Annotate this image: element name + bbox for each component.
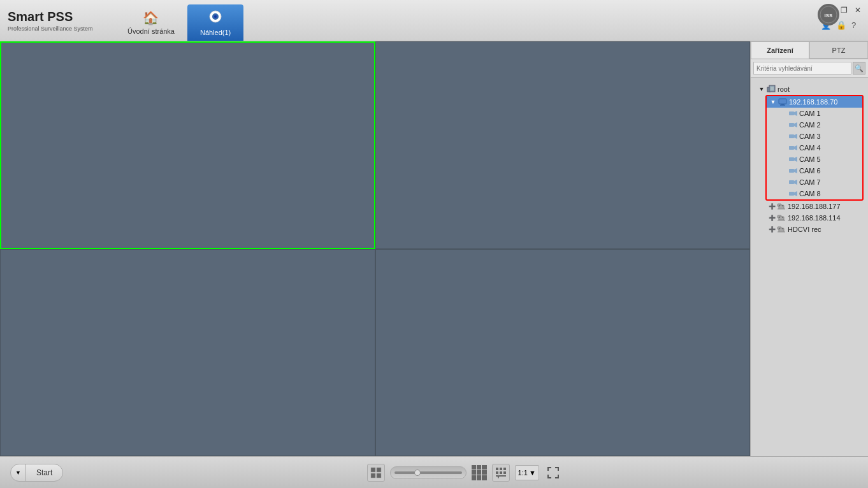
video-cell-2[interactable] [375,41,751,249]
ip2-expand-icon[interactable]: ➕ [768,203,776,210]
cam2-expand [779,121,787,129]
fullscreen-button[interactable] [544,464,562,482]
cam5-expand [779,155,787,163]
svg-point-36 [779,217,780,218]
tree-cam5[interactable]: CAM 5 [777,154,862,165]
svg-rect-13 [789,123,794,127]
tree-ip4[interactable]: ➕ HDCVI rec [765,224,864,235]
svg-rect-55 [496,471,498,474]
svg-rect-25 [789,192,794,196]
tree-cam4[interactable]: CAM 4 [777,142,862,154]
svg-rect-52 [496,468,498,470]
search-bar: 🔍 [751,59,868,78]
tree-ip2[interactable]: ➕ 192.168.188 [765,201,864,212]
home-icon: 🏠 [143,10,159,25]
center-controls: 1:1 ▼ [71,464,858,482]
svg-marker-12 [794,111,797,116]
highlighted-node: ▼ 192.168.188.70 [765,95,864,201]
app-subtitle: Professional Surveillance System [8,25,93,32]
start-dropdown[interactable]: ▼ Start [10,464,63,482]
root-expand-icon[interactable]: ▼ [758,85,765,93]
cam7-expand [779,178,787,186]
cam1-expand [779,110,787,117]
close-button[interactable]: ✕ [853,5,863,15]
lock-icon[interactable]: 🔒 [836,20,846,31]
cam8-expand [779,190,787,197]
tree-cam3[interactable]: CAM 3 [777,131,862,142]
app-logo: Smart PSS [8,10,93,24]
ip1-expand-icon[interactable]: ▼ [769,98,777,106]
ip1-label: 192.168.188.70 [789,98,837,106]
video-cell-1[interactable] [0,41,375,249]
zoom-slider[interactable] [394,471,462,474]
svg-rect-53 [500,468,502,470]
cam6-label: CAM 6 [799,167,821,175]
svg-rect-15 [789,134,794,138]
svg-rect-50 [371,473,375,478]
tab-preview[interactable]: Náhled(1) [187,4,243,41]
right-panel: Zařízení PTZ 🔍 ▼ [750,41,868,456]
svg-marker-24 [794,180,797,185]
root-icon [767,85,776,94]
cam3-icon [788,132,797,141]
cam2-icon [788,120,797,129]
brand-badge: ISS [818,4,839,25]
tab-preview-label: Náhled(1) [200,29,231,36]
svg-point-43 [779,228,780,229]
svg-rect-57 [503,471,506,474]
svg-rect-17 [789,146,794,150]
logo-area: Smart PSS Professional Surveillance Syst… [0,4,115,37]
search-input[interactable] [753,62,851,75]
svg-marker-26 [794,191,797,196]
tab-ptz[interactable]: PTZ [809,41,868,59]
start-button[interactable]: Start [26,464,62,482]
svg-marker-18 [794,145,797,150]
layout-9-button[interactable] [472,465,487,480]
video-grid [0,41,750,456]
ip4-label: HDCVI rec [788,226,821,233]
cam4-icon [788,143,797,152]
cam1-label: CAM 1 [799,110,821,117]
panel-tabs: Zařízení PTZ [751,41,868,59]
ratio-select[interactable]: 1:1 ▼ [515,465,539,480]
tree-cam7[interactable]: CAM 7 [777,176,862,188]
svg-rect-8 [779,99,786,104]
cam8-icon [788,189,797,198]
cam6-icon [788,166,797,175]
camera-icon [208,10,222,27]
cam6-expand [779,167,787,175]
tree-ip1[interactable]: ▼ 192.168.188.70 [767,96,862,108]
tree-cam1[interactable]: CAM 1 [777,108,862,119]
zoom-thumb[interactable] [414,470,421,476]
tab-devices[interactable]: Zařízení [751,41,809,59]
device-icon-3 [777,213,786,222]
ip4-expand-icon[interactable]: ➕ [768,226,776,233]
tab-home-label: Úvodní stránka [127,27,175,35]
titlebar: Smart PSS Professional Surveillance Syst… [0,0,868,41]
tab-home[interactable]: 🏠 Úvodní stránka [115,4,187,41]
svg-point-29 [779,205,780,206]
tree-cam6[interactable]: CAM 6 [777,165,862,176]
svg-rect-48 [371,468,375,472]
custom-layout-button[interactable] [492,464,510,482]
tree-ip3[interactable]: ➕ 192.168.188 [765,212,864,224]
video-cell-4[interactable] [375,249,751,457]
ip3-expand-icon[interactable]: ➕ [768,214,776,222]
help-icon[interactable]: ? [851,20,862,31]
dropdown-arrow[interactable]: ▼ [11,464,26,482]
cam5-icon [788,155,797,164]
svg-marker-60 [497,476,500,478]
tree-root-item[interactable]: ▼ root [755,83,864,95]
cam4-expand [779,144,787,152]
device-icon-2 [777,202,786,211]
cam3-label: CAM 3 [799,133,821,140]
layout-4-button[interactable] [367,464,385,482]
tree-cam8[interactable]: CAM 8 [777,188,862,199]
tree-cam2[interactable]: CAM 2 [777,119,862,131]
tree-root: ▼ root ▼ [753,82,866,236]
ratio-dropdown-icon: ▼ [529,469,536,477]
restore-button[interactable]: ❐ [839,5,849,15]
video-cell-3[interactable] [0,249,375,457]
search-button[interactable]: 🔍 [853,62,865,75]
tree-ip1-section: ▼ 192.168.188.70 [755,95,864,235]
